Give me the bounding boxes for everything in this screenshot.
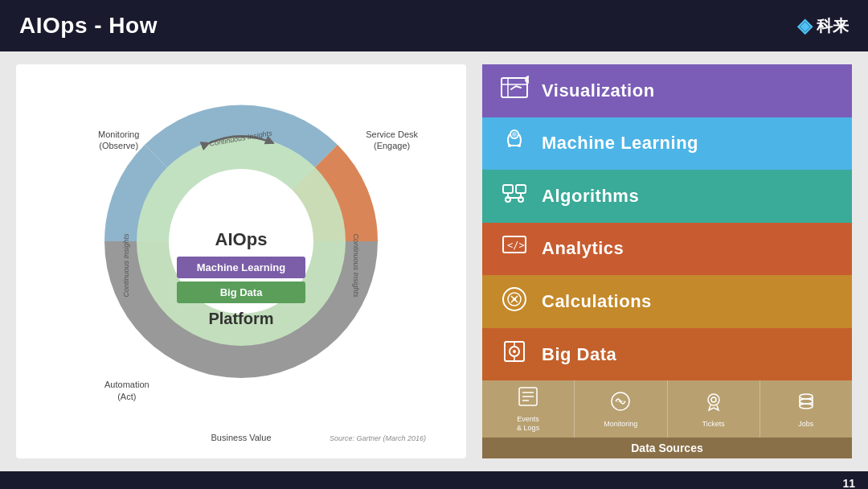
svg-point-12 [518, 144, 521, 147]
svg-text:Continuous Insights: Continuous Insights [122, 233, 130, 298]
svg-text:Continuous Insights: Continuous Insights [352, 233, 360, 298]
bigdata-label: Big Data [542, 344, 616, 365]
monitoring-ds-icon [609, 390, 632, 417]
svg-point-37 [800, 394, 813, 399]
data-sources-title: Data Sources [482, 438, 852, 458]
header: AIOps - How ◈ 科来 [0, 0, 868, 51]
visualization-label: Visualization [542, 80, 655, 101]
stack-item-analytics: </> Analytics [482, 223, 852, 276]
svg-point-13 [512, 132, 517, 137]
svg-point-39 [800, 404, 813, 409]
svg-point-22 [513, 298, 516, 301]
events-icon [517, 385, 539, 412]
logo-text: 科来 [817, 15, 849, 37]
right-panel: ↑ Visualization [482, 64, 852, 458]
stack-item-visualization: ↑ Visualization [482, 64, 852, 117]
ml-label: Machine Learning [542, 133, 698, 154]
svg-point-36 [711, 397, 716, 402]
algorithms-icon [498, 179, 530, 213]
visualization-icon: ↑ [498, 73, 530, 108]
svg-point-1 [169, 169, 313, 314]
svg-point-34 [620, 400, 622, 402]
ml-icon [498, 126, 530, 161]
svg-point-17 [518, 197, 523, 202]
logo: ◈ 科来 [797, 14, 849, 37]
calculations-icon [498, 285, 530, 319]
svg-rect-14 [503, 185, 513, 193]
events-label: Events& Logs [517, 415, 539, 433]
jobs-label: Jobs [798, 420, 813, 429]
tickets-icon [702, 390, 725, 417]
svg-text:</>: </> [507, 240, 525, 251]
analytics-label: Analytics [542, 238, 624, 259]
data-sources-icons: Events& Logs Monitoring [482, 380, 852, 438]
data-source-events: Events& Logs [482, 380, 575, 438]
stack-item-bigdata: Big Data [482, 328, 852, 381]
data-sources-row: Events& Logs Monitoring [482, 380, 852, 458]
jobs-icon [795, 390, 817, 417]
data-source-jobs: Jobs [760, 380, 852, 438]
automation-label: Automation(Act) [104, 379, 149, 402]
diagram-container: Continuous Insights Continuous Insights … [56, 72, 426, 450]
source-label: Source: Gartner (March 2016) [330, 434, 426, 442]
svg-text:↑: ↑ [527, 76, 529, 84]
monitoring-label: Monitoring (Observe) [98, 129, 139, 152]
slide-number: 11 [842, 477, 855, 489]
svg-point-16 [506, 197, 510, 202]
data-source-tickets: Tickets [668, 380, 760, 438]
calculations-label: Calculations [542, 291, 652, 312]
main-content: Continuous Insights Continuous Insights … [0, 51, 868, 471]
footer: 11 [0, 471, 868, 489]
service-desk-label: Service Desk(Engage) [366, 129, 418, 152]
slide: AIOps - How ◈ 科来 [0, 0, 868, 489]
tickets-label: Tickets [702, 420, 725, 429]
data-source-monitoring: Monitoring [575, 380, 667, 438]
monitoring-ds-label: Monitoring [604, 420, 637, 429]
business-value-label: Business Value [211, 433, 271, 442]
svg-point-25 [513, 350, 516, 353]
analytics-icon: </> [498, 232, 530, 266]
logo-icon: ◈ [797, 14, 812, 37]
slide-title: AIOps - How [19, 13, 158, 39]
left-panel: Continuous Insights Continuous Insights … [16, 64, 466, 458]
svg-point-11 [508, 144, 511, 147]
svg-point-38 [800, 399, 813, 404]
svg-point-35 [708, 394, 719, 405]
stack-item-algorithms: Algorithms [482, 170, 852, 223]
stack-item-ml: Machine Learning [482, 117, 852, 171]
algorithms-label: Algorithms [542, 186, 639, 207]
bigdata-icon [498, 337, 530, 372]
svg-rect-15 [516, 185, 526, 193]
stack-item-calculations: Calculations [482, 275, 852, 328]
